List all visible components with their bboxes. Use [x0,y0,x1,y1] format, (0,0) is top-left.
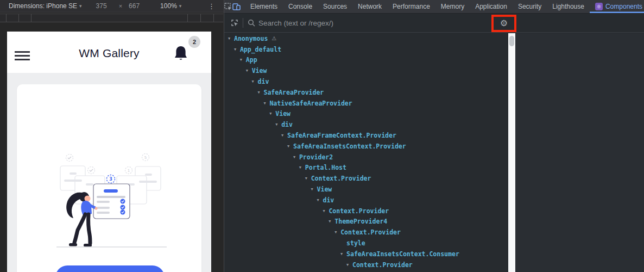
expand-arrow-icon[interactable]: ▼ [323,209,329,213]
expand-arrow-icon[interactable]: ▼ [258,90,264,95]
tab-application[interactable]: Application [470,0,513,13]
search-input[interactable] [258,19,465,27]
tree-row[interactable]: ▼SafeAreaProvider [224,87,508,98]
expand-arrow-icon[interactable]: ▼ [228,36,234,41]
expand-arrow-icon[interactable]: ▼ [329,219,334,224]
react-devtools-icon: ⚛ [595,3,603,10]
expand-arrow-icon[interactable]: ▼ [346,263,352,267]
tree-row[interactable]: ▼NativeSafeAreaProvider [224,98,508,109]
component-name: Context.Provider [352,261,413,269]
devtools-pane: ElementsConsoleSourcesNetworkPerformance… [224,0,644,272]
settings-gear-button[interactable]: ⚙ [500,19,508,28]
components-search-bar: ⚙ [224,14,644,33]
tree-row[interactable]: ▼ThemeProvider4 [224,217,508,227]
tab-label: Elements [250,3,277,10]
select-component-icon [230,18,239,27]
chevron-down-icon: ▾ [79,3,82,9]
tab-lighthouse[interactable]: Lighthouse [547,0,590,13]
expand-arrow-icon[interactable]: ▼ [305,176,311,181]
expand-arrow-icon[interactable]: ▼ [240,58,246,62]
tree-row[interactable]: ▼Context.Provider [224,206,508,217]
svg-text:1: 1 [128,169,130,173]
tab-label: Lighthouse [552,3,584,10]
expand-arrow-icon[interactable]: ▼ [334,230,340,234]
tab-security[interactable]: Security [513,0,547,13]
expand-arrow-icon[interactable]: ▼ [246,69,252,73]
scrollbar-thumb[interactable] [509,36,514,46]
tree-row[interactable]: ▼div [224,119,508,130]
bell-icon [174,45,188,63]
search-icon [248,19,255,27]
tree-row[interactable]: ▼div [224,195,508,206]
component-name: ThemeProvider4 [334,218,387,225]
inspect-element-button[interactable] [224,0,232,13]
expand-arrow-icon[interactable]: ▼ [293,155,299,159]
tree-scrollbar[interactable] [508,33,515,272]
props-panel-empty [515,33,644,272]
expand-arrow-icon[interactable]: ▼ [340,252,346,256]
svg-text:3: 3 [109,177,112,182]
tree-row[interactable]: ▼App_default [224,44,508,55]
tree-row[interactable]: ▼Provider2 [224,152,508,163]
expand-arrow-icon[interactable]: ▼ [275,122,281,127]
component-name: Context.Provider [329,207,389,215]
tree-row[interactable]: ▼Context.Provider [224,173,508,184]
tree-row[interactable]: ▼View [224,65,508,76]
device-ruler [0,14,223,22]
tab-network[interactable]: Network [352,0,387,13]
component-name: View [275,110,291,118]
tree-row[interactable]: ▼Context.Provider [224,227,508,238]
device-toolbar-menu-button[interactable]: ⋮ [208,2,215,10]
tree-row[interactable]: ▼Context.Provider [224,259,508,270]
expand-arrow-icon[interactable]: ▼ [234,47,240,52]
search-divider [243,18,243,28]
expand-arrow-icon[interactable]: ▼ [263,101,269,106]
tree-row[interactable]: ▼div [224,76,508,87]
expand-arrow-icon[interactable]: ▼ [317,198,323,202]
tab-label: Console [288,3,312,10]
tree-row[interactable]: ▼SafeAreaInsetsContext.Provider [224,141,508,152]
chevron-down-icon: ▾ [179,3,182,9]
tab-components[interactable]: ⚛Components [590,0,644,13]
devtools-tabs: ElementsConsoleSourcesNetworkPerformance… [245,0,644,13]
tree-row[interactable]: ▼View [224,184,508,195]
primary-action-button[interactable] [55,265,165,272]
tab-label: Application [475,3,507,10]
select-component-button[interactable] [229,18,241,27]
tab-memory[interactable]: Memory [435,0,470,13]
tree-row[interactable]: ▼SafeAreaFrameContext.Provider [224,130,508,141]
expand-arrow-icon[interactable]: ▼ [299,165,305,170]
tab-elements[interactable]: Elements [245,0,283,13]
tree-row[interactable]: ▼SafeAreaInsetsContext.Consumer [224,249,508,259]
svg-text:5: 5 [144,156,147,160]
tree-row[interactable]: ▼App [224,55,508,66]
expand-arrow-icon[interactable]: ▼ [311,187,317,191]
component-name: Context.Provider [340,228,401,236]
tab-performance[interactable]: Performance [387,0,435,13]
component-name: Provider2 [299,153,333,161]
expand-arrow-icon[interactable]: ▼ [269,112,275,116]
dimensions-multiply-sign: × [119,3,122,9]
tree-row[interactable]: ▼Portal.Host [224,163,508,174]
device-width-field[interactable]: 375 [96,2,107,10]
tree-row[interactable]: ▼View [224,109,508,120]
onboarding-illustration: 5 1 3 [55,153,174,251]
device-height-field[interactable]: 667 [129,2,140,10]
annotation-highlight-box: ⚙ [491,15,516,32]
expand-arrow-icon[interactable]: ▼ [252,79,258,84]
component-name: SafeAreaInsetsContext.Provider [293,143,406,150]
tree-row[interactable]: ▼Anonymous⚠ [224,33,508,44]
toggle-device-toolbar-button[interactable] [232,0,241,13]
device-zoom-select[interactable]: 100% ▾ [160,2,181,10]
tab-console[interactable]: Console [283,0,318,13]
component-name: div [258,78,269,85]
tree-row[interactable]: style [224,238,508,249]
tab-label: Components [605,3,642,10]
devtools-tab-bar: ElementsConsoleSourcesNetworkPerformance… [224,0,644,14]
device-dimensions-select[interactable]: Dimensions: iPhone SE ▾ [9,2,82,10]
expand-arrow-icon[interactable]: ▼ [281,133,287,138]
notification-bell-button[interactable] [174,45,188,63]
tab-label: Security [518,3,541,10]
expand-arrow-icon[interactable]: ▼ [287,144,293,149]
tab-sources[interactable]: Sources [318,0,352,13]
